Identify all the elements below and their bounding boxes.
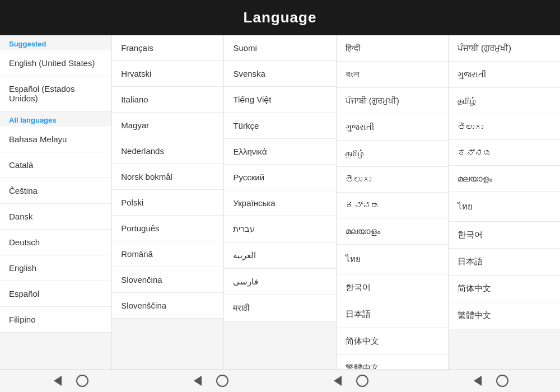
language-item[interactable]: ગુજરાતી	[449, 62, 560, 88]
language-item[interactable]: English	[0, 255, 111, 281]
column-3: SuomiSvenskaTiếng ViệtTürkçeΕλληνικάРусс…	[224, 35, 336, 369]
column-4: हिन्दीবাংলাਪੰਜਾਬੀ (ਗੁਰਮੁਖੀ)ગુજરાતીதமிழ்త…	[337, 35, 449, 369]
language-item[interactable]: Slovenščina	[112, 293, 223, 319]
language-item[interactable]: Português	[112, 216, 223, 241]
language-item[interactable]: Filipino	[0, 307, 111, 333]
language-item[interactable]: ไทย	[337, 245, 448, 274]
language-item[interactable]: Nederlands	[112, 138, 223, 164]
language-item[interactable]: Norsk bokmål	[112, 164, 223, 190]
section-label-suggested: Suggested	[0, 35, 111, 50]
language-item[interactable]: বাংলা	[337, 62, 448, 88]
language-item[interactable]: Čeština	[0, 178, 111, 204]
language-item[interactable]: فارسی	[224, 269, 335, 295]
language-item[interactable]: Tiếng Việt	[224, 87, 335, 113]
language-item[interactable]: ਪੰਜਾਬੀ (ਗੁਰਮੁਖੀ)	[449, 35, 560, 62]
language-item[interactable]: മലയാളം	[449, 166, 560, 192]
language-item[interactable]: Polski	[112, 190, 223, 216]
language-item[interactable]: Català	[0, 152, 111, 178]
language-item[interactable]: ไทย	[449, 192, 560, 222]
nav-group-4	[471, 374, 509, 388]
language-item[interactable]: العربية	[224, 242, 335, 269]
language-item[interactable]: Ελληνικά	[224, 139, 335, 165]
back-icon-2[interactable]	[191, 374, 204, 388]
language-item[interactable]: Français	[112, 35, 223, 61]
nav-group-3	[331, 374, 369, 388]
language-item[interactable]: தமிழ்	[449, 88, 560, 114]
language-item[interactable]: Italiano	[112, 87, 223, 113]
column-2: FrançaisHrvatskiItalianoMagyarNederlands…	[112, 35, 224, 369]
language-item[interactable]: Русский	[224, 165, 335, 190]
language-item[interactable]: Українська	[224, 190, 335, 216]
language-item[interactable]: Hrvatski	[112, 61, 223, 87]
language-item[interactable]: Español (Estados Unidos)	[0, 76, 111, 111]
language-item[interactable]: Deutsch	[0, 230, 111, 255]
page-title: Language	[0, 0, 560, 35]
language-item[interactable]: ਪੰਜਾਬੀ (ਗੁਰਮੁਖੀ)	[337, 88, 448, 114]
language-item[interactable]: తెలుగు	[337, 167, 448, 193]
back-icon[interactable]	[51, 374, 64, 388]
title-text: Language	[244, 9, 317, 26]
nav-group-2	[191, 374, 229, 388]
language-list-container: SuggestedEnglish (United States)Español …	[0, 35, 560, 369]
language-item[interactable]: 한국어	[449, 222, 560, 249]
language-item[interactable]: 日本語	[337, 301, 448, 328]
language-item[interactable]: ગુજરાતી	[337, 114, 448, 141]
language-item[interactable]: ಕನ್ನಡ	[449, 140, 560, 166]
back-icon-3[interactable]	[331, 374, 344, 388]
language-item[interactable]: 繁體中文	[449, 302, 560, 329]
nav-group-1	[51, 374, 89, 388]
language-item[interactable]: Română	[112, 241, 223, 267]
language-item[interactable]: Svenska	[224, 61, 335, 87]
language-item[interactable]: తెలుగు	[449, 114, 560, 140]
language-item[interactable]: தமிழ்	[337, 141, 448, 167]
language-item[interactable]: Dansk	[0, 204, 111, 230]
language-item[interactable]: Türkçe	[224, 113, 335, 139]
language-item[interactable]: English (United States)	[0, 50, 111, 76]
home-icon-2[interactable]	[216, 374, 229, 388]
language-item[interactable]: 简体中文	[337, 328, 448, 355]
language-item[interactable]: Slovenčina	[112, 267, 223, 293]
language-item[interactable]: Bahasa Melayu	[0, 127, 111, 152]
column-5: ਪੰਜਾਬੀ (ਗੁਰਮੁਖੀ)ગુજરાતીதமிழ்తెలుగుಕನ್ನಡമ…	[449, 35, 560, 369]
language-item[interactable]: Español	[0, 281, 111, 307]
language-item[interactable]: עברית	[224, 216, 335, 242]
column-1: SuggestedEnglish (United States)Español …	[0, 35, 112, 369]
home-icon[interactable]	[76, 374, 89, 388]
back-icon-4[interactable]	[471, 374, 484, 388]
language-item[interactable]: ಕನ್ನಡ	[337, 193, 448, 218]
navigation-bar	[0, 369, 560, 392]
language-item[interactable]: 简体中文	[449, 276, 560, 302]
language-item[interactable]: 日本語	[449, 249, 560, 276]
language-item[interactable]: മലയാളം	[337, 218, 448, 245]
section-label-all-languages: All languages	[0, 111, 111, 127]
language-item[interactable]: Suomi	[224, 35, 335, 61]
language-item[interactable]: 繁體中文	[337, 355, 448, 369]
language-item[interactable]: हिन्दी	[337, 35, 448, 62]
home-icon-4[interactable]	[496, 374, 509, 388]
home-icon-3[interactable]	[356, 374, 369, 388]
language-item[interactable]: मराठी	[224, 295, 335, 321]
language-item[interactable]: 한국어	[337, 274, 448, 301]
language-item[interactable]: Magyar	[112, 113, 223, 138]
